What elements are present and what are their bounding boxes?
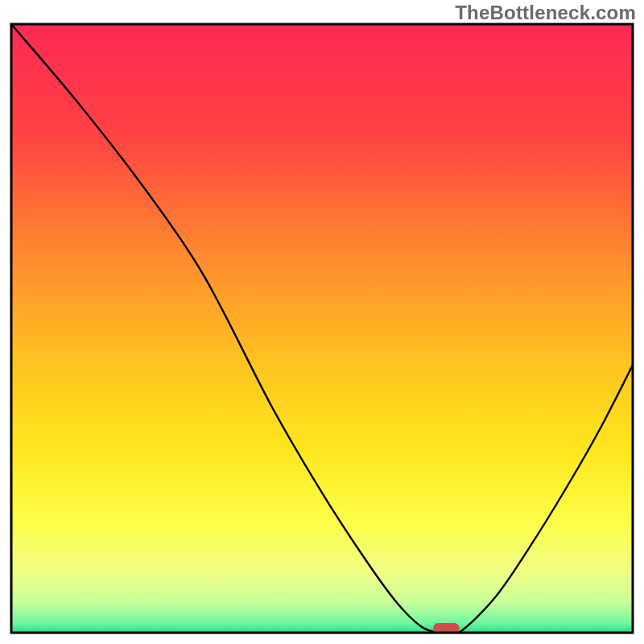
bottleneck-chart [0,0,644,644]
watermark-label: TheBottleneck.com [455,2,636,24]
chart-container: TheBottleneck.com [0,0,644,644]
gradient-background [11,24,633,633]
